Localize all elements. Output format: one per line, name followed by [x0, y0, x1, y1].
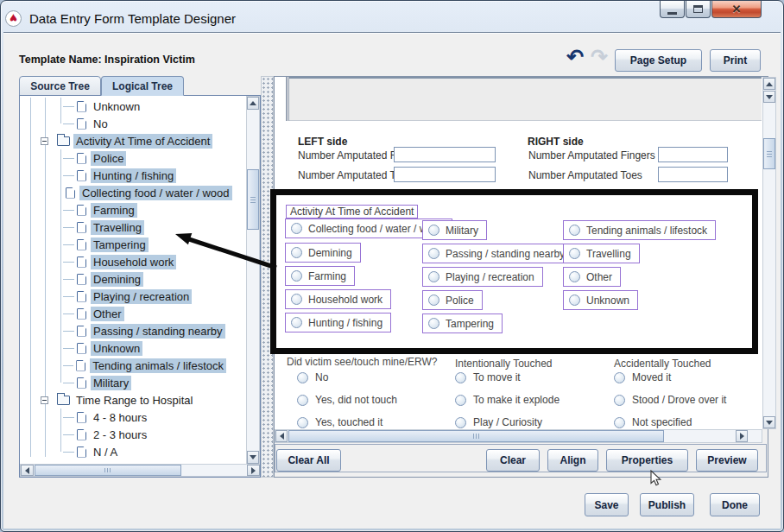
scroll-up-button[interactable] [247, 97, 259, 110]
radio-button[interactable] [614, 372, 625, 383]
tree-item-label: Passing / standing nearby [91, 324, 225, 339]
radio-option[interactable]: No [297, 371, 328, 383]
scrollbar-thumb[interactable] [35, 465, 181, 476]
tab-logical-tree[interactable]: Logical Tree [101, 76, 184, 96]
tree-item[interactable]: Police [21, 149, 226, 167]
scroll-right-button[interactable] [247, 465, 260, 476]
tree-item[interactable]: Activity At Time of Accident [21, 132, 226, 149]
title-bar[interactable]: ♥ Data Entry Form Template Designer [5, 5, 689, 31]
tree-item[interactable]: No [21, 115, 226, 132]
form-vertical-scrollbar[interactable] [762, 77, 776, 429]
amputated-toes-right-input[interactable] [658, 167, 728, 182]
tree-horizontal-scrollbar[interactable] [20, 464, 260, 477]
maximize-icon [693, 5, 703, 13]
tree-connector [63, 314, 74, 314]
radio-option[interactable]: To make it explode [455, 394, 560, 406]
scroll-left-button[interactable] [21, 465, 34, 476]
tree-item-label: Farming [91, 203, 137, 218]
tree-item[interactable]: Playing / recreation [21, 288, 226, 305]
scrollbar-thumb[interactable] [247, 169, 259, 230]
radio-button[interactable] [455, 395, 466, 406]
properties-button[interactable]: Properties [606, 449, 688, 472]
tree-item[interactable]: Farming [21, 201, 226, 218]
tree-item[interactable]: Travelling [21, 218, 226, 236]
collapse-handle-icon[interactable] [41, 396, 48, 404]
tree-item-label: 4 - 8 hours [91, 410, 149, 425]
amputated-fingers-right-input[interactable] [658, 147, 728, 162]
form-horizontal-scrollbar[interactable] [275, 429, 762, 443]
scroll-down-button[interactable] [763, 91, 775, 103]
tree-item[interactable]: Collecting food / water / wood [21, 184, 226, 201]
clear-button[interactable]: Clear [486, 449, 540, 472]
radio-option[interactable]: Yes, did not touch [297, 394, 397, 406]
left-side-heading: LEFT side [298, 136, 347, 148]
radio-button[interactable] [614, 395, 625, 406]
radio-button[interactable] [297, 372, 308, 383]
radio-option[interactable]: Play / Curiosity [455, 416, 542, 428]
scroll-up-button[interactable] [763, 78, 775, 90]
tree-item[interactable]: 2 - 3 hours [21, 426, 226, 443]
maximize-button[interactable] [686, 1, 711, 18]
document-icon [77, 343, 86, 354]
tree-item-label: N / A [91, 445, 120, 459]
radio-button[interactable] [455, 372, 466, 383]
page-setup-button[interactable]: Page Setup [615, 49, 702, 72]
scrollbar-thumb[interactable] [288, 430, 664, 442]
scroll-right-button[interactable] [736, 430, 748, 442]
amputated-toes-left-input[interactable] [394, 167, 496, 182]
tree-item-label: No [91, 117, 111, 131]
minimize-button[interactable] [660, 1, 685, 18]
radio-option[interactable]: To move it [455, 371, 521, 383]
radio-label: Stood / Drove over it [632, 394, 726, 406]
tree-connector [63, 417, 74, 418]
tree-item[interactable]: Passing / standing nearby [21, 322, 226, 339]
radio-button[interactable] [614, 417, 625, 428]
tree-connector [63, 227, 74, 228]
tab-source-tree[interactable]: Source Tree [19, 76, 101, 96]
publish-button[interactable]: Publish [640, 493, 694, 516]
done-button[interactable]: Done [710, 493, 760, 516]
radio-option[interactable]: Moved it [614, 371, 671, 383]
preview-button[interactable]: Preview [696, 449, 758, 472]
scroll-down-button[interactable] [247, 451, 259, 464]
tree-item[interactable]: Military [21, 374, 226, 391]
radio-option[interactable]: Stood / Drove over it [614, 394, 726, 406]
collapse-handle-icon[interactable] [41, 137, 48, 145]
app-window: ♥ Data Entry Form Template Designer ✕ Te… [0, 0, 784, 532]
radio-option[interactable]: Not specified [614, 416, 692, 428]
radio-option[interactable]: Yes, touched it [297, 416, 383, 428]
tree-item[interactable]: N / A [21, 443, 226, 460]
tree-item[interactable]: Time Range to Hospital [21, 391, 226, 408]
tree-item[interactable]: Household work [21, 253, 226, 270]
tree-item-label: Other [91, 307, 124, 321]
annotation-rectangle [270, 189, 758, 354]
align-button[interactable]: Align [547, 449, 598, 472]
tree-item[interactable]: Demining [21, 270, 226, 288]
radio-button[interactable] [297, 395, 308, 406]
tree-item[interactable]: Hunting / fishing [21, 167, 226, 184]
tree-item[interactable]: Unknown [21, 98, 226, 115]
print-button[interactable]: Print [710, 49, 761, 72]
undo-icon[interactable]: ↶ [566, 47, 584, 67]
tree-connector [63, 158, 74, 159]
tree-item-label: Unknown [91, 341, 142, 356]
arrow-right-icon [740, 433, 744, 440]
tree-connector [63, 331, 74, 332]
tree-vertical-scrollbar[interactable] [246, 96, 260, 464]
close-button[interactable]: ✕ [711, 1, 762, 18]
question-heading: Did victim see/touch mine/ERW? [287, 356, 438, 368]
scroll-left-button[interactable] [275, 430, 288, 442]
tree-item[interactable]: Other [21, 305, 226, 322]
tree-item[interactable]: Tampering [21, 236, 226, 253]
tree-item[interactable]: Tending animals / lifestock [21, 357, 226, 374]
radio-button[interactable] [297, 417, 308, 428]
amputated-fingers-left-input[interactable] [394, 147, 496, 162]
tree-item[interactable]: 4 - 8 hours [21, 408, 226, 426]
tree-item-label: Hunting / fishing [91, 168, 176, 183]
radio-button[interactable] [455, 417, 466, 428]
tree-item[interactable]: Unknown [21, 339, 226, 357]
scroll-down-button[interactable] [763, 416, 775, 428]
clear-all-button[interactable]: Clear All [276, 449, 341, 472]
scrollbar-thumb[interactable] [763, 138, 775, 169]
save-button[interactable]: Save [585, 493, 629, 516]
